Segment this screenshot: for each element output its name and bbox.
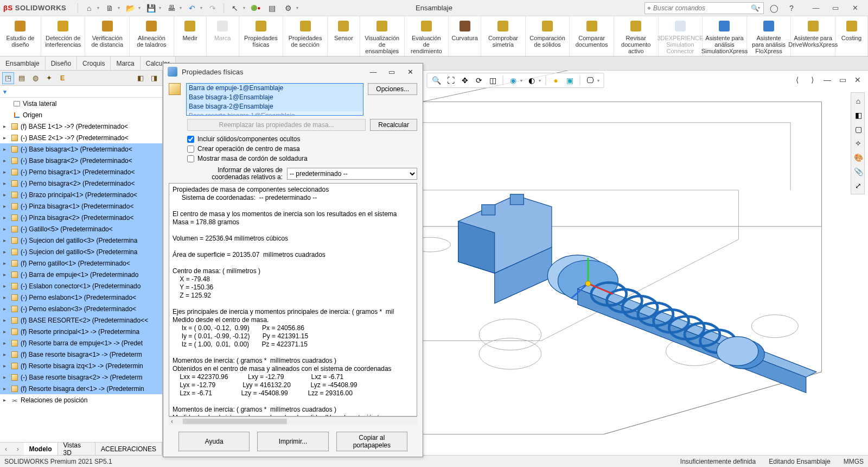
tree-item[interactable]: ▸(-) Base bisagra<1> (Predeterminado< bbox=[0, 143, 162, 155]
expand-icon[interactable]: ▸ bbox=[3, 386, 10, 392]
tabs-next-icon[interactable]: › bbox=[12, 445, 24, 453]
command-search[interactable]: ⌖ 🔍▾ bbox=[644, 2, 764, 14]
expand-icon[interactable]: ▸ bbox=[3, 249, 10, 255]
tree-item[interactable]: ▸(f) Resorte principal<1> -> (Predetermi… bbox=[0, 326, 162, 337]
include-hidden-checkbox[interactable]: Incluir sólidos/componentes ocultos bbox=[187, 135, 417, 143]
ribbon-medir[interactable]: Medir bbox=[174, 16, 207, 56]
ribbon-alineaci-n-de-taladros[interactable]: Alineación de taladros bbox=[130, 16, 174, 56]
taskpane-fit-icon[interactable]: ⤢ bbox=[852, 180, 864, 192]
expand-icon[interactable]: ▸ bbox=[3, 294, 10, 300]
form-icon[interactable]: ▤ bbox=[265, 1, 279, 15]
rotate-icon[interactable]: ⟳ bbox=[473, 74, 485, 86]
redo-icon[interactable]: ↷ bbox=[206, 1, 220, 15]
list-item[interactable]: Base resorte bisagra 1@Ensamblaje bbox=[187, 111, 363, 116]
expand-icon[interactable]: ▸ bbox=[3, 317, 10, 323]
tree-item[interactable]: ▸(-) Sujecion del gatillo<5> (Predetermi… bbox=[0, 246, 162, 257]
minimize-button[interactable]: — bbox=[806, 1, 826, 15]
ribbon-costing[interactable]: Costing bbox=[835, 16, 868, 56]
taskpane-layers-icon[interactable]: ✧ bbox=[852, 137, 864, 149]
expand-icon[interactable]: ▸ bbox=[3, 374, 10, 380]
doc-restore-icon[interactable]: ▭ bbox=[835, 73, 850, 87]
tree-item[interactable]: ▸(f) Resorte bisagra izq<1> -> (Predeter… bbox=[0, 360, 162, 371]
taskpane-clip-icon[interactable]: 📎 bbox=[852, 166, 864, 178]
doc-prev-icon[interactable]: ⟨ bbox=[790, 73, 804, 87]
tree-tab-display-icon[interactable]: ◍ bbox=[29, 72, 41, 84]
expand-icon[interactable]: ▸ bbox=[3, 351, 10, 357]
dialog-close-icon[interactable]: ✕ bbox=[402, 65, 418, 78]
tree-item[interactable]: ▸⫘Relaciones de posición bbox=[0, 394, 162, 406]
taskpane-box-icon[interactable]: ▢ bbox=[852, 123, 864, 135]
results-text[interactable]: Propiedades de masa de componentes selec… bbox=[169, 183, 417, 416]
copy-clipboard-button[interactable]: Copiar al portapapeles bbox=[336, 432, 407, 451]
ribbon-propiedades-de-secci-n[interactable]: Propiedades de sección bbox=[283, 16, 328, 56]
save-icon[interactable]: 💾 bbox=[144, 1, 158, 15]
expand-icon[interactable]: ▸ bbox=[3, 169, 10, 175]
ribbon-asistente-para-driveworksxpress[interactable]: Asistente para DriveWorksXpress bbox=[791, 16, 835, 56]
results-hscroll[interactable]: ‹ bbox=[169, 416, 417, 425]
tree-plane-row[interactable]: Vista lateral bbox=[0, 98, 162, 109]
selection-list[interactable]: Barra de empuje-1@Ensamblaje Base bisagr… bbox=[186, 83, 363, 116]
tree-item[interactable]: ▸(-) Sujecion del gatillo<3> (Predetermi… bbox=[0, 235, 162, 246]
doc-next-icon[interactable]: ⟩ bbox=[805, 73, 819, 87]
scene-icon[interactable]: ◐ bbox=[526, 74, 538, 86]
appearance-icon[interactable]: ● bbox=[550, 74, 562, 86]
tree-item[interactable]: ▸(-) Base resorte bisagra<2> -> (Predete… bbox=[0, 371, 162, 383]
expand-icon[interactable]: ▸ bbox=[3, 135, 10, 141]
list-item[interactable]: Barra de empuje-1@Ensamblaje bbox=[187, 84, 363, 93]
model-tab-aceleraciones[interactable]: ACELERACIONES bbox=[95, 443, 162, 455]
gear-icon[interactable]: ⚙ bbox=[281, 1, 295, 15]
tree-item[interactable]: ▸(-) Base bisagra<2> (Predeterminado< bbox=[0, 155, 162, 166]
help-icon[interactable]: ? bbox=[784, 1, 799, 15]
tab-croquis[interactable]: Croquis bbox=[77, 56, 111, 70]
ribbon-comparaci-n-de-s-lidos[interactable]: Comparación de sólidos bbox=[526, 16, 570, 56]
zoom-fit-icon[interactable]: 🔍 bbox=[431, 74, 443, 86]
pan-icon[interactable]: ✥ bbox=[459, 74, 471, 86]
tree-item[interactable]: ▸(-) Perno bisagra<2> (Predeterminado< bbox=[0, 178, 162, 189]
funnel-icon[interactable]: ▾ bbox=[3, 88, 7, 96]
restore-button[interactable]: ▭ bbox=[826, 1, 845, 15]
taskpane-palette-icon[interactable]: 🎨 bbox=[852, 152, 864, 163]
ribbon-detecci-n-de-interferencias[interactable]: Detección de interferencias bbox=[41, 16, 86, 56]
undo-icon[interactable]: ↶ bbox=[185, 1, 199, 15]
model-tab-modelo[interactable]: Modelo bbox=[24, 443, 58, 455]
print-icon[interactable]: 🖶 bbox=[164, 1, 178, 15]
tree-item[interactable]: ▸(-) Pinza bisagra<1> (Predeterminado< bbox=[0, 200, 162, 212]
tab-marca[interactable]: Marca bbox=[111, 56, 140, 70]
ribbon-verificaci-n-de-distancia[interactable]: Verificación de distancia bbox=[85, 16, 130, 56]
screen-icon[interactable]: 🖵 bbox=[584, 74, 596, 86]
expand-icon[interactable]: ▸ bbox=[3, 363, 10, 369]
expand-icon[interactable]: ▸ bbox=[3, 203, 10, 209]
tabs-prev-icon[interactable]: ‹ bbox=[0, 445, 12, 453]
expand-icon[interactable]: ▸ bbox=[3, 123, 10, 129]
select-icon[interactable]: ↖ bbox=[228, 1, 242, 15]
tree-tab-target-icon[interactable]: ✦ bbox=[43, 72, 55, 84]
list-item[interactable]: Base bisagra-1@Ensamblaje bbox=[187, 93, 363, 102]
tree-item[interactable]: ▸(-) Perno eslabon<3> (Predeterminado< bbox=[0, 303, 162, 314]
ribbon-estudio-de-dise-o[interactable]: Estudio de diseño bbox=[0, 16, 41, 56]
tree-item[interactable]: ▸(f) Resorte barra de empuje<1> -> (Pred… bbox=[0, 337, 162, 349]
tree-item[interactable]: ▸(f) BASE RESORTE<2> (Predeterminado<< bbox=[0, 314, 162, 326]
display-style-icon[interactable]: ◉ bbox=[507, 74, 519, 86]
tree-tab-box1-icon[interactable]: ◧ bbox=[135, 72, 146, 84]
ribbon-asistente-para-an-lisis-floxpress[interactable]: Asistente para análisis FloXpress bbox=[747, 16, 792, 56]
tree-item[interactable]: ▸(f) Resorte bisagra der<1> -> (Predeter… bbox=[0, 383, 162, 394]
tree-item[interactable]: ▸(-) Pinza bisagra<2> (Predeterminado< bbox=[0, 212, 162, 223]
new-icon[interactable]: 🗎 bbox=[103, 1, 117, 15]
ribbon-sensor[interactable]: Sensor bbox=[328, 16, 360, 56]
expand-icon[interactable]: ▸ bbox=[3, 260, 10, 266]
tree-origin-row[interactable]: Origen bbox=[0, 109, 162, 121]
dialog-titlebar[interactable]: Propiedades físicas — ▭ ✕ bbox=[163, 64, 423, 80]
tree-tab-feature-icon[interactable]: ◳ bbox=[2, 72, 14, 84]
expand-icon[interactable]: ▸ bbox=[3, 272, 10, 277]
expand-icon[interactable]: ▸ bbox=[3, 157, 10, 163]
doc-minimize-icon[interactable]: — bbox=[820, 73, 834, 87]
expand-icon[interactable]: ▸ bbox=[3, 397, 10, 403]
create-com-checkbox[interactable]: Crear operación de centro de masa bbox=[187, 145, 417, 153]
tree-item[interactable]: ▸(f) Perno gatillo<1> (Predeterminado< bbox=[0, 257, 162, 269]
user-icon[interactable]: ◯ bbox=[767, 1, 781, 15]
tree-tab-e-icon[interactable]: E bbox=[56, 72, 68, 84]
tree-item[interactable]: ▸(-) Perno bisagra<1> (Predeterminado< bbox=[0, 166, 162, 178]
dialog-maximize-icon[interactable]: ▭ bbox=[384, 65, 400, 78]
print-button[interactable]: Imprimir... bbox=[257, 432, 328, 451]
expand-icon[interactable]: ▸ bbox=[3, 340, 10, 346]
